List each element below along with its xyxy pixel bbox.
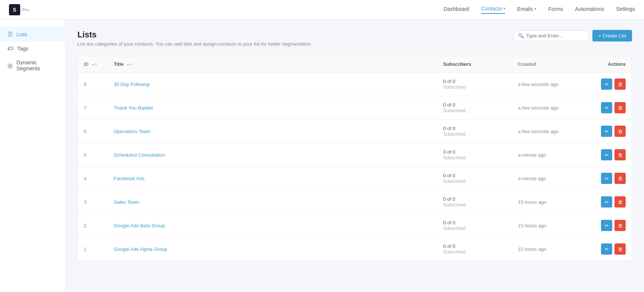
row-title[interactable]: Facebook Ads [108, 167, 437, 190]
row-title[interactable]: Google Ads Alpha Group [108, 237, 437, 261]
row-actions: ✏ 🗑 [594, 237, 632, 261]
search-icon: 🔍 [518, 33, 524, 39]
nav-settings[interactable]: Settings [616, 6, 635, 13]
row-subscribers: 0 of 0 Subscribed [437, 96, 512, 120]
row-id: 3 [78, 190, 108, 214]
search-input[interactable] [526, 33, 585, 39]
sort-arrows-id[interactable]: ▲▼ [92, 63, 98, 66]
row-created: 15 hours ago [512, 237, 594, 261]
delete-button[interactable]: 🗑 [614, 243, 626, 255]
edit-button[interactable]: ✏ [601, 173, 612, 184]
nav-dashboard[interactable]: Dashboard [444, 6, 469, 13]
row-created: a few seconds ago [512, 120, 594, 143]
row-actions: ✏ 🗑 [594, 73, 632, 96]
nav-emails[interactable]: Emails ▾ [517, 6, 536, 13]
row-subscribers: 0 of 0 Subscribed [437, 214, 512, 237]
row-id: 2 [78, 214, 108, 237]
sidebar-item-tags[interactable]: 🏷 Tags [0, 42, 65, 56]
row-actions: ✏ 🗑 [594, 214, 632, 237]
edit-button[interactable]: ✏ [601, 220, 612, 231]
subscriber-label: Subscribed [443, 108, 466, 113]
row-id: 1 [78, 237, 108, 261]
row-title[interactable]: Sales Team [108, 190, 437, 214]
lists-table-container: ID ▲▼ Title ▲▼ Subscribers Created Actio… [77, 56, 632, 261]
subscriber-label: Subscribed [443, 202, 466, 208]
edit-button[interactable]: ✏ [601, 196, 612, 208]
nav-contacts[interactable]: Contacts ▾ [481, 6, 505, 14]
edit-button[interactable]: ✏ [601, 243, 612, 255]
col-header-actions: Actions [594, 56, 632, 73]
row-subscribers: 0 of 0 Subscribed [437, 73, 512, 96]
action-buttons: ✏ 🗑 [600, 79, 626, 90]
delete-button[interactable]: 🗑 [614, 173, 626, 184]
row-actions: ✏ 🗑 [594, 167, 632, 190]
edit-button[interactable]: ✏ [601, 102, 612, 113]
sidebar-tags-label: Tags [17, 46, 28, 52]
page-subtitle: List are categories of your contacts. Yo… [77, 41, 311, 47]
col-header-title: Title ▲▼ [108, 56, 437, 73]
row-title[interactable]: Thank You Basket [108, 96, 437, 120]
row-title[interactable]: Google Ads Beta Group [108, 214, 437, 237]
col-header-created: Created [512, 56, 594, 73]
row-title[interactable]: 30 Day Followup [108, 73, 437, 96]
sidebar-segments-label: Dynamic Segments [16, 59, 58, 71]
subscriber-label: Subscribed [443, 132, 466, 137]
row-actions: ✏ 🗑 [594, 190, 632, 214]
create-list-button[interactable]: + Create List [592, 30, 632, 42]
action-buttons: ✏ 🗑 [600, 220, 626, 231]
subscriber-label: Subscribed [443, 84, 466, 90]
subscriber-count: 0 of 0 [443, 102, 506, 108]
nav-automations[interactable]: Automations [575, 6, 604, 13]
search-box: 🔍 [514, 30, 589, 41]
table-row: 4 Facebook Ads 0 of 0 Subscribed a minut… [78, 167, 632, 190]
row-created: 15 hours ago [512, 190, 594, 214]
subscriber-count: 0 of 0 [443, 196, 506, 202]
table-row: 6 Operations Team 0 of 0 Subscribed a fe… [78, 120, 632, 143]
delete-button[interactable]: 🗑 [614, 79, 626, 90]
row-created: 15 hours ago [512, 214, 594, 237]
delete-button[interactable]: 🗑 [614, 149, 626, 160]
nav-forms[interactable]: Forms [548, 6, 563, 13]
tags-icon: 🏷 [7, 45, 13, 52]
lists-table: ID ▲▼ Title ▲▼ Subscribers Created Actio… [78, 56, 632, 261]
col-header-subscribers: Subscribers [437, 56, 512, 73]
lists-icon: ☰ [7, 31, 13, 38]
segments-icon: ◎ [7, 62, 13, 69]
row-title[interactable]: Operations Team [108, 120, 437, 143]
edit-button[interactable]: ✏ [601, 79, 612, 90]
row-actions: ✏ 🗑 [594, 120, 632, 143]
edit-button[interactable]: ✏ [601, 149, 612, 160]
action-buttons: ✏ 🗑 [600, 243, 626, 255]
table-header: ID ▲▼ Title ▲▼ Subscribers Created Actio… [78, 56, 632, 73]
main-content: Lists List are categories of your contac… [65, 19, 644, 292]
row-actions: ✏ 🗑 [594, 96, 632, 120]
delete-button[interactable]: 🗑 [614, 220, 626, 231]
row-created: a minute ago [512, 143, 594, 167]
col-header-id: ID ▲▼ [78, 56, 108, 73]
sort-arrows-title[interactable]: ▲▼ [126, 63, 132, 66]
logo-letter: S [13, 7, 16, 13]
delete-button[interactable]: 🗑 [614, 126, 626, 137]
sidebar-item-dynamic-segments[interactable]: ◎ Dynamic Segments [0, 56, 65, 75]
delete-button[interactable]: 🗑 [614, 196, 626, 208]
row-id: 8 [78, 73, 108, 96]
subscriber-count: 0 of 0 [443, 79, 506, 84]
table-row: 8 30 Day Followup 0 of 0 Subscribed a fe… [78, 73, 632, 96]
delete-button[interactable]: 🗑 [614, 102, 626, 113]
subscriber-count: 0 of 0 [443, 126, 506, 131]
action-buttons: ✏ 🗑 [600, 126, 626, 137]
nav-emails-label: Emails [517, 6, 533, 12]
page-header: Lists List are categories of your contac… [77, 30, 632, 47]
header-actions: 🔍 + Create List [514, 30, 632, 42]
action-buttons: ✏ 🗑 [600, 149, 626, 160]
row-title[interactable]: Scheduled Consultation [108, 143, 437, 167]
sidebar: ☰ Lists 🏷 Tags ◎ Dynamic Segments [0, 19, 65, 292]
sidebar-item-lists[interactable]: ☰ Lists [0, 27, 65, 42]
row-subscribers: 0 of 0 Subscribed [437, 143, 512, 167]
edit-button[interactable]: ✏ [601, 126, 612, 137]
subscriber-count: 0 of 0 [443, 149, 506, 155]
row-subscribers: 0 of 0 Subscribed [437, 237, 512, 261]
layout: ☰ Lists 🏷 Tags ◎ Dynamic Segments Lists … [0, 19, 644, 292]
table-row: 3 Sales Team 0 of 0 Subscribed 15 hours … [78, 190, 632, 214]
action-buttons: ✏ 🗑 [600, 196, 626, 208]
